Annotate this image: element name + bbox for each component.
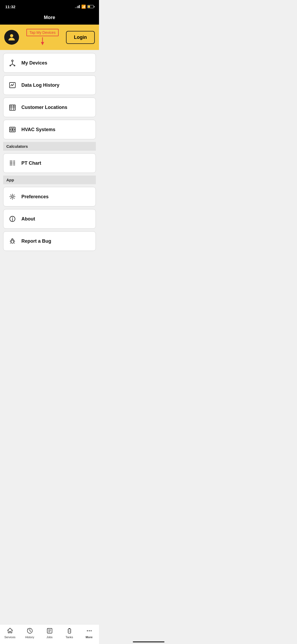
building-icon: [8, 103, 17, 112]
login-button[interactable]: Login: [66, 31, 95, 44]
ptchart-icon: [8, 158, 17, 168]
menu-item-preferences-label: Preferences: [21, 194, 49, 200]
menu-item-pt-chart-label: PT Chart: [21, 160, 41, 166]
signal-icon: [75, 5, 80, 8]
app-section-header: App: [3, 176, 96, 184]
menu-list: My Devices Data Log History: [0, 50, 99, 257]
svg-line-37: [14, 243, 15, 243]
datalog-icon: [8, 80, 17, 90]
avatar: [4, 30, 19, 45]
svg-point-3: [12, 60, 13, 62]
svg-line-36: [10, 243, 11, 243]
nav-header: More: [0, 12, 99, 25]
svg-marker-2: [41, 42, 44, 45]
svg-point-30: [12, 217, 13, 218]
menu-item-pt-chart[interactable]: PT Chart: [3, 153, 96, 173]
menu-item-preferences[interactable]: Preferences: [3, 187, 96, 206]
tap-arrow-icon: [39, 37, 46, 46]
menu-item-my-devices[interactable]: My Devices: [3, 53, 96, 73]
info-icon: [8, 214, 17, 224]
menu-item-report-a-bug[interactable]: Report a Bug: [3, 231, 96, 251]
menu-item-about-label: About: [21, 216, 35, 222]
profile-bar: Tap My Devices Login: [0, 25, 99, 50]
svg-rect-10: [10, 105, 15, 110]
avatar-icon: [7, 33, 16, 42]
page-title: More: [44, 15, 55, 20]
status-bar: 11:32 📶: [0, 0, 99, 12]
page-content: My Devices Data Log History: [0, 50, 99, 278]
tap-my-devices-tooltip: Tap My Devices: [26, 29, 59, 36]
menu-item-hvac-systems[interactable]: HVAC Systems: [3, 120, 96, 139]
devices-icon: [8, 58, 17, 68]
menu-item-customer-locations[interactable]: Customer Locations: [3, 98, 96, 117]
svg-line-34: [10, 240, 11, 241]
tap-annotation: Tap My Devices: [26, 29, 59, 46]
svg-point-27: [12, 196, 13, 198]
gear-icon: [8, 192, 17, 201]
wifi-icon: 📶: [81, 4, 86, 9]
hvac-icon: [8, 125, 17, 134]
bug-icon: [8, 236, 17, 246]
status-icons: 📶: [75, 4, 94, 9]
menu-item-my-devices-label: My Devices: [21, 60, 47, 66]
menu-item-customer-locations-label: Customer Locations: [21, 105, 67, 110]
menu-item-about[interactable]: About: [3, 209, 96, 229]
menu-item-report-a-bug-label: Report a Bug: [21, 238, 51, 244]
menu-item-data-log-history[interactable]: Data Log History: [3, 75, 96, 95]
calculators-section-header: Calculators: [3, 142, 96, 151]
battery-icon: [87, 5, 94, 8]
menu-item-data-log-history-label: Data Log History: [21, 82, 59, 88]
menu-item-hvac-systems-label: HVAC Systems: [21, 127, 55, 132]
status-time: 11:32: [5, 4, 15, 9]
svg-point-0: [10, 34, 13, 37]
svg-rect-31: [11, 240, 14, 243]
svg-line-35: [14, 240, 15, 241]
